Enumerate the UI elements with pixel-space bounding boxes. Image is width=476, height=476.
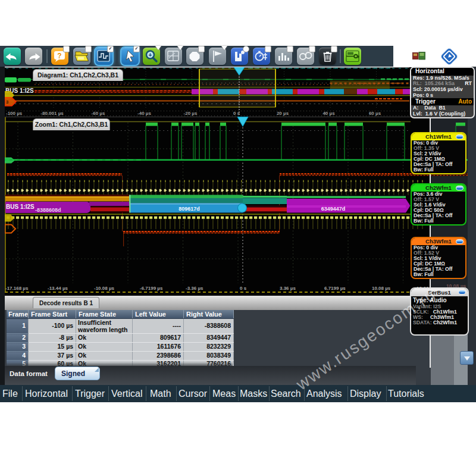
svg-text:BUS 1:I2S: BUS 1:I2S — [6, 203, 35, 210]
svg-text:10.08 µs: 10.08 µs — [372, 286, 391, 291]
svg-text:809617d: 809617d — [178, 206, 200, 212]
svg-text:3.36 µs: 3.36 µs — [280, 286, 296, 291]
svg-text:-40 µs: -40 µs — [137, 111, 151, 116]
svg-text:6349447d: 6349447d — [321, 206, 346, 212]
svg-text:-6.7199 µs: -6.7199 µs — [140, 286, 163, 291]
svg-text:-17.168 µs: -17.168 µs — [5, 286, 29, 291]
svg-text:-100 µs: -100 µs — [6, 111, 23, 116]
svg-text:60 µs: 60 µs — [369, 111, 381, 116]
svg-text:40 µs: 40 µs — [322, 111, 335, 116]
svg-text:-80.001 µs: -80.001 µs — [40, 111, 64, 116]
svg-text:-8388608d: -8388608d — [35, 207, 61, 213]
svg-text:?: ? — [57, 52, 61, 60]
svg-text:+: + — [149, 52, 152, 58]
svg-text:-20 µs: -20 µs — [184, 111, 198, 116]
svg-text:20 µs: 20 µs — [277, 111, 289, 116]
svg-text:6.7199 µs: 6.7199 µs — [324, 286, 346, 291]
svg-text:-3.36 µs: -3.36 µs — [186, 286, 203, 291]
svg-text:0 s: 0 s — [240, 286, 247, 291]
svg-text:-60 µs: -60 µs — [92, 111, 105, 116]
svg-text:0 s: 0 s — [233, 111, 240, 116]
svg-text:-13.44 µs: -13.44 µs — [48, 286, 68, 291]
svg-text:-10.08 µs: -10.08 µs — [94, 286, 115, 291]
svg-text:3: 3 — [6, 99, 8, 105]
